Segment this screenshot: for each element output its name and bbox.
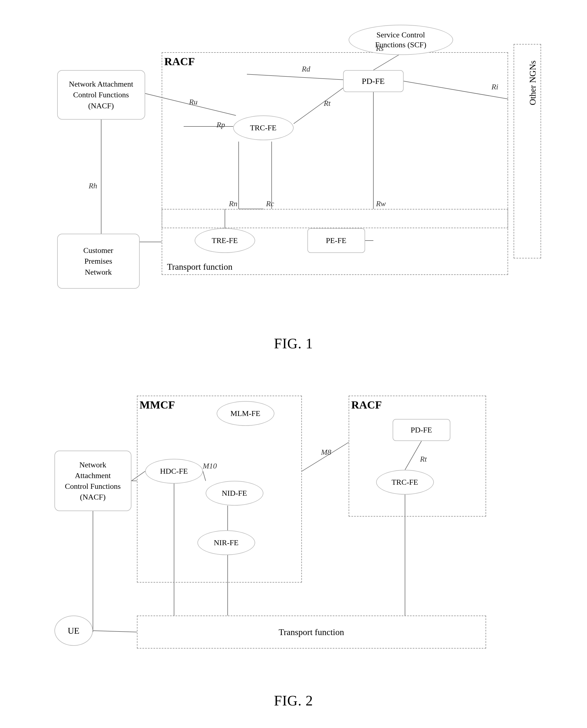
fig1-racf-box	[162, 52, 508, 228]
fig2-title: FIG. 2	[274, 692, 313, 709]
fig2-m10-label: M10	[203, 462, 217, 470]
fig1-rh-label: Rh	[89, 182, 97, 190]
fig1-pe-fe-box: PE-FE	[307, 228, 365, 253]
fig2-mlm-fe-label: MLM-FE	[230, 409, 260, 418]
fig2-hdc-fe-ellipse: HDC-FE	[145, 459, 203, 484]
fig2-m8-label: M8	[321, 448, 331, 457]
fig1-tre-fe-label: TRE-FE	[212, 236, 238, 245]
fig1-scf-ellipse: Service Control Functions (SCF)	[349, 25, 453, 55]
page: Other NGNs RACF Transport function Servi…	[22, 17, 565, 728]
fig2-nacf-label: Network Attachment Control Functions (NA…	[65, 460, 121, 502]
fig1-ri-label: Ri	[492, 83, 498, 91]
fig1-trc-fe-label: TRC-FE	[250, 123, 276, 132]
fig1-cpn-box: Customer Premises Network	[57, 234, 140, 289]
svg-line-22	[93, 631, 137, 632]
fig2-ue-ellipse: UE	[54, 615, 93, 646]
fig2-rt-label: Rt	[420, 455, 427, 464]
fig2-nir-fe-ellipse: NIR-FE	[197, 530, 255, 555]
fig1-rc-label: Rc	[266, 199, 274, 208]
fig2-nid-fe-label: NID-FE	[222, 489, 247, 498]
fig1-cpn-label: Customer Premises Network	[83, 245, 113, 277]
fig1-rd-label: Rd	[302, 65, 310, 73]
fig1-title: FIG. 1	[274, 335, 313, 352]
fig2-ue-label: UE	[68, 626, 79, 636]
fig2-transport-box: Transport function	[137, 615, 486, 649]
other-ngns-label: Other NGNs	[527, 61, 538, 105]
fig1-diagram: Other NGNs RACF Transport function Servi…	[46, 17, 541, 319]
fig2-trc-fe-ellipse: TRC-FE	[376, 470, 434, 495]
fig1-rw-label: Rw	[376, 199, 386, 208]
fig1-racf-label: RACF	[164, 55, 195, 68]
fig2-nacf-box: Network Attachment Control Functions (NA…	[54, 451, 132, 511]
fig1-pd-fe-label: PD-FE	[362, 76, 385, 86]
fig2-transport-label: Transport function	[279, 627, 344, 637]
fig1-rn-label: Rn	[229, 199, 238, 208]
fig1-nacf-box: Network Attachment Control Functions (NA…	[57, 70, 145, 120]
fig1-rt-label: Rt	[324, 99, 331, 108]
fig1-trc-fe-ellipse: TRC-FE	[233, 115, 294, 140]
fig1-pd-fe-box: PD-FE	[343, 70, 404, 92]
fig2-pd-fe-box: PD-FE	[393, 419, 450, 441]
svg-line-19	[302, 442, 349, 471]
fig1-rp-label: Rp	[217, 120, 225, 129]
fig2-trc-fe-label: TRC-FE	[392, 478, 418, 487]
fig2-diagram: MMCF RACF Transport function Network Att…	[46, 374, 541, 676]
fig1-transport-label: Transport function	[167, 262, 233, 272]
fig2-mlm-fe-ellipse: MLM-FE	[217, 401, 274, 426]
fig1-pe-fe-label: PE-FE	[326, 236, 347, 245]
fig1-nacf-label: Network Attachment Control Functions (NA…	[69, 79, 133, 111]
fig2-hdc-fe-label: HDC-FE	[160, 467, 188, 476]
fig1-tre-fe-ellipse: TRE-FE	[195, 228, 255, 253]
fig1-ru-label: Ru	[189, 98, 198, 107]
fig2-nir-fe-label: NIR-FE	[214, 538, 238, 547]
fig2-nid-fe-ellipse: NID-FE	[206, 481, 263, 506]
fig2-mmcf-label: MMCF	[140, 398, 175, 411]
fig2-racf-box	[349, 396, 486, 517]
fig2-racf-label: RACF	[351, 398, 382, 411]
fig1-rs-label: Rs	[376, 44, 384, 53]
fig2-pd-fe-label: PD-FE	[411, 426, 432, 435]
